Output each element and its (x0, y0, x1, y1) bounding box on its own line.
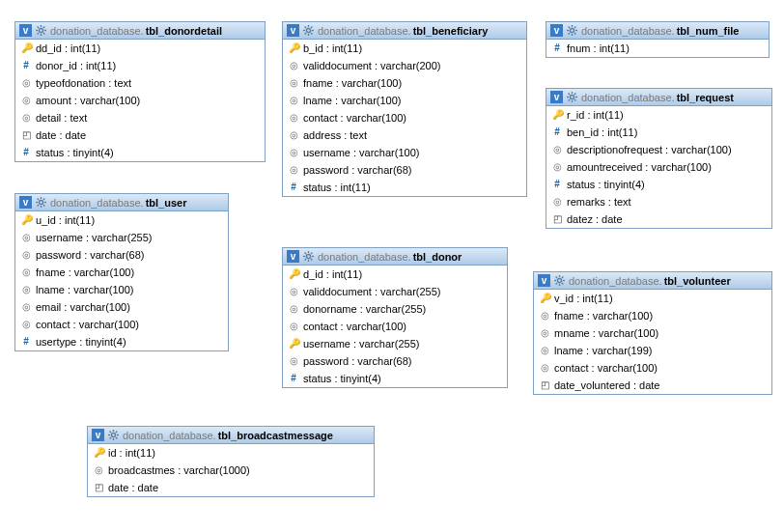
column-row[interactable]: ◎fname : varchar(100) (15, 264, 228, 281)
column-row[interactable]: ◎email : varchar(100) (15, 298, 228, 316)
table-header[interactable]: vdonation_database.tbl_request (546, 89, 771, 106)
table-tbl-donordetail[interactable]: vdonation_database.tbl_donordetail🔑dd_id… (14, 21, 266, 162)
colon: : (323, 268, 332, 280)
table-tbl-request[interactable]: vdonation_database.tbl_request🔑r_id : in… (546, 88, 772, 229)
gear-icon[interactable] (567, 92, 577, 102)
column-row[interactable]: ◎validdocument : varchar(255) (283, 283, 507, 300)
column-row[interactable]: 🔑r_id : int(11) (546, 106, 771, 124)
column-row[interactable]: ◎password : varchar(68) (283, 161, 526, 179)
column-row[interactable]: 🔑d_id : int(11) (283, 266, 507, 283)
table-name: tbl_donor (413, 251, 462, 263)
svg-point-63 (111, 433, 115, 436)
column-row[interactable]: ◎validdocument : varchar(200) (283, 57, 526, 74)
table-tbl-num-file[interactable]: vdonation_database.tbl_num_file#fnum : i… (546, 21, 770, 58)
gear-icon[interactable] (303, 251, 314, 262)
column-row[interactable]: ◎lname : varchar(100) (15, 281, 228, 298)
column-row[interactable]: ◎detail : text (15, 109, 265, 126)
gear-icon[interactable] (36, 197, 46, 208)
column-row[interactable]: ◎remarks : text (546, 193, 771, 210)
column-row[interactable]: ◎address : text (283, 126, 526, 144)
text-icon: ◎ (552, 144, 562, 155)
table-header[interactable]: vdonation_database.tbl_beneficiary (283, 22, 526, 40)
column-row[interactable]: 🔑dd_id : int(11) (15, 40, 265, 57)
colon: : (372, 286, 380, 297)
v-badge-icon: v (287, 24, 299, 37)
table-tbl-broadcastmessage[interactable]: vdonation_database.tbl_broadcastmessage🔑… (87, 426, 375, 497)
schema-name: donation_database (50, 197, 141, 209)
gear-icon[interactable] (567, 25, 577, 36)
table-header[interactable]: vdonation_database.tbl_donor (283, 248, 507, 266)
column-row[interactable]: ◎password : varchar(68) (283, 352, 507, 370)
column-row[interactable]: 🔑u_id : int(11) (15, 211, 228, 229)
column-row[interactable]: #usertype : tinyint(4) (15, 333, 228, 350)
gear-icon[interactable] (303, 25, 314, 36)
dot: . (141, 25, 144, 37)
column-row[interactable]: ◎fname : varchar(100) (534, 307, 771, 324)
column-row[interactable]: ◎typeofdonation : text (15, 74, 265, 92)
text-icon: ◎ (289, 303, 298, 315)
svg-line-34 (569, 99, 571, 101)
gear-icon[interactable] (554, 275, 565, 286)
svg-line-17 (311, 27, 313, 29)
colon: : (662, 144, 671, 155)
column-row[interactable]: ◎descriptionofrequest : varchar(100) (546, 141, 771, 158)
column-row[interactable]: 🔑b_id : int(11) (283, 40, 526, 57)
column-name: validdocument (303, 60, 372, 71)
column-row[interactable]: ◎username : varchar(100) (283, 144, 526, 161)
table-header[interactable]: vdonation_database.tbl_broadcastmessage (88, 427, 374, 444)
column-row[interactable]: ◎donorname : varchar(255) (283, 300, 507, 318)
column-row[interactable]: ◎password : varchar(68) (15, 246, 228, 264)
table-header[interactable]: vdonation_database.tbl_donordetail (15, 22, 265, 40)
column-row[interactable]: 🔑id : int(11) (88, 444, 374, 462)
column-type: date (602, 213, 622, 225)
column-row[interactable]: ◎fname : varchar(100) (283, 74, 526, 92)
text-icon: ◎ (289, 129, 298, 141)
column-row[interactable]: #fnum : int(11) (546, 40, 769, 57)
colon: : (128, 482, 137, 493)
gear-icon[interactable] (36, 25, 46, 36)
column-row[interactable]: ◎contact : varchar(100) (283, 318, 507, 335)
column-row[interactable]: ◎broadcastmes : varchar(1000) (88, 462, 374, 479)
svg-line-53 (311, 253, 313, 255)
column-row[interactable]: #donor_id : int(11) (15, 57, 265, 74)
column-row[interactable]: 🔑username : varchar(255) (283, 335, 507, 352)
column-row[interactable]: ◎contact : varchar(100) (534, 359, 771, 377)
table-tbl-user[interactable]: vdonation_database.tbl_user🔑u_id : int(1… (14, 193, 229, 351)
colon: : (349, 164, 357, 176)
table-header[interactable]: vdonation_database.tbl_num_file (546, 22, 769, 40)
column-row[interactable]: ◰date_voluntered : date (534, 377, 771, 394)
column-row[interactable]: ◎username : varchar(255) (15, 229, 228, 246)
column-row[interactable]: ◰date : date (88, 479, 374, 496)
svg-line-16 (305, 33, 307, 35)
column-name: username (36, 232, 83, 243)
column-row[interactable]: ◎mname : varchar(100) (534, 324, 771, 342)
column-row[interactable]: #status : tinyint(4) (546, 176, 771, 193)
column-row[interactable]: #status : tinyint(4) (283, 370, 507, 387)
column-row[interactable]: ◰date : date (15, 126, 265, 144)
colon: : (590, 327, 599, 339)
table-name: tbl_beneficiary (413, 25, 489, 37)
v-badge-icon: v (92, 429, 104, 441)
table-header[interactable]: vdonation_database.tbl_user (15, 194, 228, 211)
table-tbl-volunteer[interactable]: vdonation_database.tbl_volunteer🔑v_id : … (533, 271, 772, 395)
table-header[interactable]: vdonation_database.tbl_volunteer (534, 272, 771, 290)
gear-icon[interactable] (108, 430, 119, 440)
column-name: typeofdonation (36, 77, 105, 89)
column-row[interactable]: ◎lname : varchar(199) (534, 342, 771, 359)
table-tbl-beneficiary[interactable]: vdonation_database.tbl_beneficiary🔑b_id … (282, 21, 527, 197)
dot: . (659, 275, 662, 287)
column-row[interactable]: ◎amount : varchar(100) (15, 92, 265, 109)
column-name: id (108, 447, 117, 459)
column-row[interactable]: ◰datez : date (546, 210, 771, 228)
column-row[interactable]: ◎contact : varchar(100) (15, 316, 228, 333)
column-row[interactable]: #status : int(11) (283, 179, 526, 196)
hash-icon: # (289, 373, 298, 384)
column-row[interactable]: #status : tinyint(4) (15, 144, 265, 161)
column-row[interactable]: ◎contact : varchar(100) (283, 109, 526, 126)
key-icon: 🔑 (540, 293, 549, 304)
table-tbl-donor[interactable]: vdonation_database.tbl_donor🔑d_id : int(… (282, 247, 508, 388)
column-row[interactable]: 🔑v_id : int(11) (534, 290, 771, 307)
column-row[interactable]: #ben_id : int(11) (546, 124, 771, 141)
column-row[interactable]: ◎amountreceived : varchar(100) (546, 158, 771, 176)
column-row[interactable]: ◎lname : varchar(100) (283, 92, 526, 109)
